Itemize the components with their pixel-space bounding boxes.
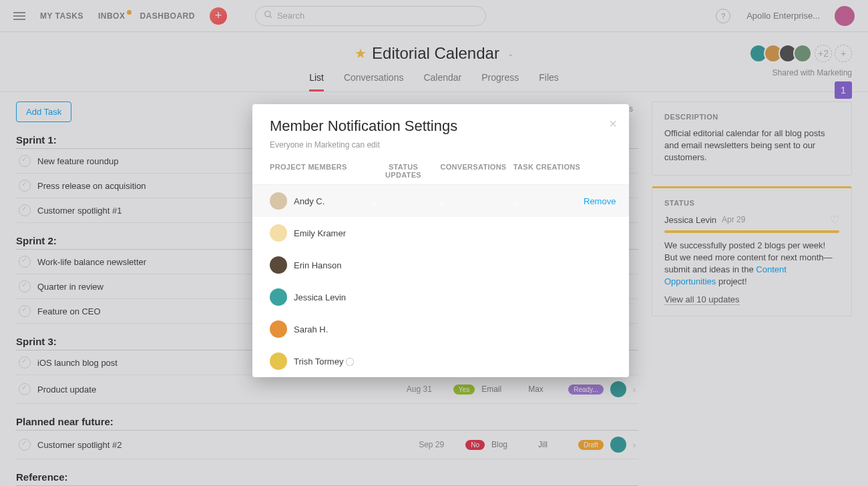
member-avatar — [270, 352, 287, 370]
member-name: Jessica Levin — [294, 292, 346, 302]
member-row: Andy C.Remove — [252, 185, 629, 217]
member-name: Emily Kramer — [294, 228, 346, 238]
member-row: Sarah H. — [252, 313, 629, 345]
remove-member-link[interactable]: Remove — [584, 196, 616, 206]
modal-title: Member Notification Settings — [270, 117, 612, 135]
member-row: Emily Kramer — [252, 217, 629, 249]
col-project-members: PROJECT MEMBERS — [270, 163, 370, 179]
guest-icon — [346, 358, 354, 366]
close-icon[interactable]: × — [609, 116, 617, 132]
member-row: Jessica Levin — [252, 281, 629, 313]
col-status-updates: STATUS UPDATES — [370, 163, 437, 179]
member-name: Erin Hanson — [294, 260, 342, 270]
col-conversations: CONVERSATIONS — [437, 163, 510, 179]
member-avatar — [270, 192, 287, 210]
member-row: Erin Hanson — [252, 249, 629, 281]
member-avatar — [270, 224, 287, 242]
modal-subtitle: Everyone in Marketing can edit — [270, 140, 612, 150]
member-name: Andy C. — [294, 196, 324, 206]
member-avatar — [270, 256, 287, 274]
member-name: Trish Tormey — [294, 356, 354, 367]
member-row: Trish Tormey — [252, 345, 629, 377]
member-name: Sarah H. — [294, 324, 328, 334]
notification-settings-modal: × Member Notification Settings Everyone … — [252, 104, 629, 377]
col-task-creations: TASK CREATIONS — [510, 163, 584, 179]
member-avatar — [270, 320, 287, 338]
member-avatar — [270, 288, 287, 306]
